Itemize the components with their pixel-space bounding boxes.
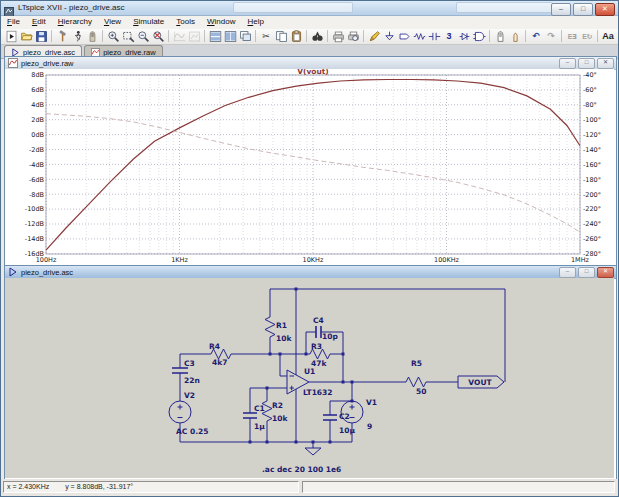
- value-R2[interactable]: 10k: [272, 414, 288, 423]
- close-button[interactable]: ✕: [595, 3, 615, 16]
- value-C4[interactable]: 10p: [322, 332, 338, 341]
- value-V1[interactable]: 9: [367, 422, 372, 431]
- label-C3[interactable]: C3: [184, 359, 195, 368]
- rotate-icon[interactable]: E↻: [580, 29, 594, 43]
- run-icon[interactable]: [4, 29, 18, 43]
- y-right-tick-label: -240°: [583, 220, 601, 228]
- mirror-icon[interactable]: E∃: [565, 29, 579, 43]
- redo-icon[interactable]: ↷: [544, 29, 558, 43]
- title-bar: LTspice XVII - piezo_drive.asc – □ ✕: [1, 1, 618, 16]
- toolbar: ✂3↶↷E∃E↻Aa.op: [1, 29, 619, 45]
- pane-minimize-button[interactable]: –: [559, 267, 576, 278]
- waveform-pane: piezo_drive.raw – □ ✕ 100Hz1KHz10KHz100K…: [4, 56, 617, 266]
- waveform-plot[interactable]: 100Hz1KHz10KHz100KHz1MHz8dB-40°6dB-60°4d…: [5, 69, 614, 263]
- menu-window[interactable]: Window: [201, 16, 241, 29]
- capacitor-icon[interactable]: [427, 29, 441, 43]
- undo-icon[interactable]: ↶: [529, 29, 543, 43]
- ground-symbol[interactable]: [305, 448, 321, 455]
- label-R3[interactable]: R3: [311, 342, 322, 351]
- label-C4[interactable]: C4: [313, 316, 324, 325]
- schematic-wires[interactable]: [180, 289, 505, 448]
- tile-vertical-icon[interactable]: [223, 29, 237, 43]
- tile-horizontal-icon[interactable]: [208, 29, 222, 43]
- pane-restore-button[interactable]: □: [578, 267, 595, 278]
- maximize-button[interactable]: □: [573, 3, 593, 16]
- pane-minimize-button[interactable]: –: [559, 58, 576, 69]
- plot-settings-icon[interactable]: [187, 29, 201, 43]
- resistor-R5[interactable]: [402, 377, 432, 387]
- label-R5[interactable]: R5: [411, 359, 422, 368]
- label-C2[interactable]: C2: [339, 412, 350, 421]
- pane-restore-button[interactable]: □: [578, 58, 595, 69]
- move-icon[interactable]: [493, 29, 507, 43]
- label-V1[interactable]: V1: [366, 398, 377, 407]
- value-C3[interactable]: 22n: [184, 376, 200, 385]
- y-left-tick-label: -10dB: [25, 205, 44, 213]
- drag-icon[interactable]: [508, 29, 522, 43]
- zoom-out-icon[interactable]: [136, 29, 150, 43]
- y-right-tick-label: -60°: [583, 86, 597, 94]
- menu-simulate[interactable]: Simulate: [127, 16, 170, 29]
- resistor-icon[interactable]: [412, 29, 426, 43]
- wire-icon[interactable]: [367, 29, 381, 43]
- voltage-source-V2[interactable]: [169, 401, 191, 423]
- print-preview-icon[interactable]: [346, 29, 360, 43]
- spice-directive[interactable]: .ac dec 20 100 1e6: [262, 465, 341, 474]
- zoom-area-icon[interactable]: [121, 29, 135, 43]
- inductor-icon[interactable]: 3: [442, 29, 456, 43]
- label-R2[interactable]: R2: [272, 401, 283, 410]
- print-icon[interactable]: [331, 29, 345, 43]
- label-R4[interactable]: R4: [209, 342, 220, 351]
- label-V2[interactable]: V2: [184, 391, 195, 400]
- find-icon[interactable]: [310, 29, 324, 43]
- y-left-tick-label: -16dB: [25, 250, 44, 258]
- value-R5[interactable]: 50: [416, 387, 426, 396]
- schematic-canvas[interactable]: VOUT R1 10k R4 4k7 R3 47k C4 10p R5 50 C…: [5, 278, 614, 478]
- y-left-tick-label: 8dB: [31, 71, 44, 79]
- value-R1[interactable]: 10k: [276, 334, 292, 343]
- trace-label[interactable]: V(vout): [297, 69, 329, 76]
- label-C1[interactable]: C1: [254, 404, 265, 413]
- cursor-readout: x = 2.430KHz y = 8.808dB, -31.917°: [3, 481, 299, 493]
- cut-icon[interactable]: ✂: [259, 29, 273, 43]
- menu-hierarchy[interactable]: Hierarchy: [52, 16, 98, 29]
- value-V2[interactable]: AC 0.25: [176, 427, 208, 436]
- net-flag-vout[interactable]: VOUT: [458, 376, 504, 388]
- toolbar-separator: [51, 30, 52, 42]
- resistor-R1[interactable]: [265, 314, 275, 342]
- junction-dots: [249, 288, 354, 444]
- y-left-tick-label: -14dB: [25, 235, 44, 243]
- part-U1[interactable]: LT1632: [303, 388, 333, 397]
- pane-close-button[interactable]: ✕: [597, 267, 614, 278]
- control-panel-icon[interactable]: [55, 29, 69, 43]
- menu-bar: FileEditHierarchyViewSimulateToolsWindow…: [1, 16, 618, 30]
- autorange-icon[interactable]: [172, 29, 186, 43]
- diode-icon[interactable]: [457, 29, 471, 43]
- value-R4[interactable]: 4k7: [212, 358, 227, 367]
- save-icon[interactable]: [34, 29, 48, 43]
- cascade-icon[interactable]: [238, 29, 252, 43]
- menu-view[interactable]: View: [98, 16, 127, 29]
- value-C1[interactable]: 1µ: [254, 422, 265, 431]
- label-U1[interactable]: U1: [304, 367, 315, 376]
- paste-icon[interactable]: [289, 29, 303, 43]
- ground-icon[interactable]: [382, 29, 396, 43]
- minimize-button[interactable]: –: [551, 3, 571, 16]
- net-label-icon[interactable]: [397, 29, 411, 43]
- menu-file[interactable]: File: [1, 16, 26, 29]
- text-icon[interactable]: Aa: [601, 29, 615, 43]
- menu-edit[interactable]: Edit: [26, 16, 52, 29]
- copy-icon[interactable]: [274, 29, 288, 43]
- open-icon[interactable]: [19, 29, 33, 43]
- y-left-tick-label: -6dB: [29, 176, 44, 184]
- label-R1[interactable]: R1: [276, 321, 287, 330]
- halt-icon[interactable]: [85, 29, 99, 43]
- menu-help[interactable]: Help: [241, 16, 269, 29]
- run-simulation-icon[interactable]: [70, 29, 84, 43]
- pane-close-button[interactable]: ✕: [597, 58, 614, 69]
- zoom-in-icon[interactable]: [106, 29, 120, 43]
- menu-tools[interactable]: Tools: [170, 16, 201, 29]
- zoom-full-extents-icon[interactable]: [151, 29, 165, 43]
- component-icon[interactable]: [472, 29, 486, 43]
- value-C2[interactable]: 10µ: [339, 426, 355, 435]
